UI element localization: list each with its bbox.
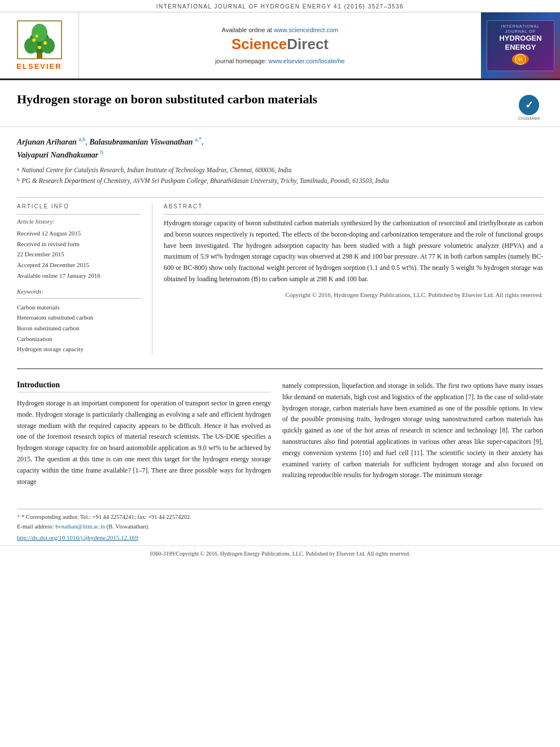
abstract-column: ABSTRACT Hydrogen storage capacity of bo… bbox=[152, 203, 543, 355]
journal-title: INTERNATIONAL JOURNAL OF HYDROGEN ENERGY… bbox=[156, 3, 404, 10]
keyword-4: Carbonization bbox=[17, 334, 141, 344]
history-item-3: 22 December 2015 bbox=[17, 249, 141, 260]
journal-logo-circle-icon: H bbox=[512, 54, 529, 65]
corresponding-author-text: * Corresponding author. Tel.: +91 44 225… bbox=[21, 514, 191, 520]
sciencedirect-url-link[interactable]: www.sciencedirect.com bbox=[274, 27, 338, 33]
intro-right-column: namely compression, liquefaction and sto… bbox=[282, 381, 543, 492]
journal-url-link[interactable]: www.elsevier.com/locate/he bbox=[269, 58, 345, 64]
journal-logo-block: International Journal of HYDROGENENERGY … bbox=[481, 12, 560, 78]
section-divider bbox=[17, 197, 543, 198]
affiliation-2: b PG & Research Department of Chemistry,… bbox=[17, 176, 543, 186]
email-label: E-mail address: bbox=[17, 523, 54, 530]
body-content: Introduction Hydrogen storage is an impo… bbox=[0, 369, 560, 503]
page-header: ELSEVIER Available online at www.science… bbox=[0, 12, 560, 80]
intro-left-text: Hydrogen storage is an important compone… bbox=[17, 398, 271, 487]
center-header: Available online at www.sciencedirect.co… bbox=[79, 12, 481, 78]
author-2-sup: a,* bbox=[195, 136, 202, 142]
authors-section: Arjunan Ariharan a,b, Balasubramanian Vi… bbox=[0, 127, 560, 191]
svg-point-6 bbox=[43, 41, 47, 45]
history-item-4: Accepted 24 December 2015 bbox=[17, 260, 141, 270]
article-title: Hydrogen storage on boron substituted ca… bbox=[17, 91, 317, 108]
elsevier-brand-label: ELSEVIER bbox=[16, 62, 62, 71]
svg-point-8 bbox=[35, 35, 38, 38]
journal-logo-inner: International Journal of HYDROGENENERGY … bbox=[487, 20, 554, 71]
article-info-abstract: ARTICLE INFO Article history: Received 1… bbox=[0, 203, 560, 355]
keyword-1: Carbon materials bbox=[17, 302, 141, 313]
author-3-name: Vaiyapuri Nandhakumar bbox=[17, 150, 98, 159]
email-person: (B. Viswanathan). bbox=[107, 523, 150, 530]
crossmark-badge[interactable]: ✓ CrossMark bbox=[515, 94, 543, 121]
svg-text:✓: ✓ bbox=[525, 99, 533, 111]
elsevier-tree-icon bbox=[17, 20, 62, 60]
article-info-label: ARTICLE INFO bbox=[17, 203, 141, 209]
journal-homepage-text: journal homepage: www.elsevier.com/locat… bbox=[215, 58, 344, 64]
abstract-paragraph: Hydrogen storage capacity of boron subst… bbox=[164, 218, 543, 285]
author-3-sup: b bbox=[100, 149, 103, 155]
introduction-heading: Introduction bbox=[17, 381, 271, 392]
journal-header-bar: INTERNATIONAL JOURNAL OF HYDROGEN ENERGY… bbox=[0, 0, 560, 12]
corresponding-author-note: * * Corresponding author. Tel.: +91 44 2… bbox=[17, 513, 543, 532]
author-2-name: Balasubramanian Viswanathan bbox=[89, 138, 193, 146]
journal-logo-label: International Journal of bbox=[491, 24, 550, 34]
intro-right-text: namely compression, liquefaction and sto… bbox=[282, 381, 543, 481]
history-label: Article history: bbox=[17, 218, 141, 225]
keyword-2: Heteroatom substituted carbon bbox=[17, 312, 141, 323]
elsevier-logo-block: ELSEVIER bbox=[0, 12, 79, 78]
history-item-5: Available online 17 January 2016 bbox=[17, 270, 141, 281]
keyword-5: Hydrogen storage capacity bbox=[17, 344, 141, 355]
crossmark-icon: ✓ bbox=[518, 94, 540, 116]
journal-logo-main-text: HYDROGENENERGY bbox=[499, 34, 541, 51]
footnotes-section: * * Corresponding author. Tel.: +91 44 2… bbox=[17, 509, 543, 541]
affiliations: a National Centre for Catalysis Research… bbox=[17, 165, 543, 186]
article-info-divider bbox=[17, 214, 141, 215]
author-1-sup: a,b bbox=[78, 136, 85, 142]
abstract-text: Hydrogen storage capacity of boron subst… bbox=[164, 218, 543, 300]
history-item-1: Received 12 August 2015 bbox=[17, 228, 141, 239]
abstract-divider bbox=[164, 214, 543, 215]
svg-point-7 bbox=[38, 46, 41, 49]
authors-line: Arjunan Ariharan a,b, Balasubramanian Vi… bbox=[17, 135, 543, 160]
abstract-copyright: Copyright © 2016, Hydrogen Energy Public… bbox=[164, 290, 543, 300]
article-info-column: ARTICLE INFO Article history: Received 1… bbox=[17, 203, 152, 355]
svg-point-5 bbox=[32, 38, 36, 42]
email-link[interactable]: bvnathan@iitm.ac.in bbox=[55, 523, 105, 530]
keywords-divider bbox=[17, 298, 141, 299]
doi-link[interactable]: http://dx.doi.org/10.1016/j.ijhydene.201… bbox=[17, 534, 543, 541]
history-item-2: Received in revised form bbox=[17, 239, 141, 250]
keywords-label: Keywords: bbox=[17, 288, 141, 295]
crossmark-label: CrossMark bbox=[518, 116, 540, 121]
available-online-text: Available online at www.sciencedirect.co… bbox=[222, 27, 338, 33]
abstract-label: ABSTRACT bbox=[164, 203, 543, 209]
bottom-copyright: 0360-3199/Copyright © 2016, Hydrogen Ene… bbox=[0, 545, 560, 561]
affiliation-1: a National Centre for Catalysis Research… bbox=[17, 165, 543, 175]
article-title-section: Hydrogen storage on boron substituted ca… bbox=[0, 80, 560, 127]
author-1-name: Arjunan Ariharan bbox=[17, 138, 77, 146]
intro-left-column: Introduction Hydrogen storage is an impo… bbox=[17, 381, 271, 492]
sciencedirect-logo: ScienceDirect bbox=[231, 36, 329, 53]
svg-text:H: H bbox=[519, 57, 523, 63]
keyword-3: Boron substituted carbon bbox=[17, 323, 141, 334]
